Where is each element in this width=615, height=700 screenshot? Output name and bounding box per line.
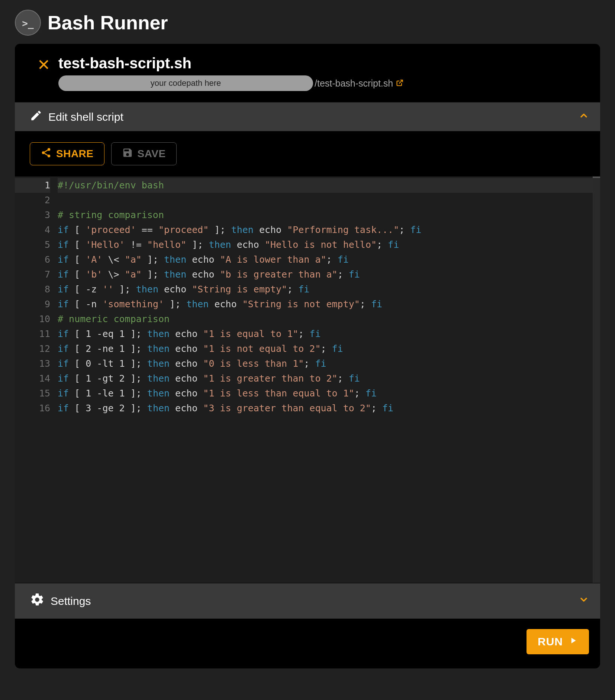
file-header: ✕ test-bash-script.sh /test-bash-script.… (15, 44, 600, 102)
editor-scrollbar[interactable] (593, 176, 600, 583)
code-line[interactable]: if [ -z '' ]; then echo "String is empty… (58, 282, 600, 297)
code-line[interactable]: if [ 1 -gt 2 ]; then echo "1 is greater … (58, 371, 600, 386)
code-line[interactable]: if [ 'A' \< "a" ]; then echo "A is lower… (58, 252, 600, 267)
share-label: SHARE (56, 148, 94, 160)
code-line[interactable]: if [ 2 -ne 1 ]; then echo "1 is not equa… (58, 341, 600, 356)
svg-point-2 (48, 155, 51, 158)
codepath-input[interactable] (58, 75, 313, 91)
code-line[interactable]: #!/usr/bin/env bash (58, 178, 600, 193)
code-line[interactable]: if [ 3 -ge 2 ]; then echo "3 is greater … (58, 401, 600, 416)
pencil-icon (30, 109, 42, 124)
main-panel: ✕ test-bash-script.sh /test-bash-script.… (15, 44, 600, 668)
share-button[interactable]: SHARE (30, 142, 104, 165)
open-external-icon[interactable] (396, 78, 403, 89)
line-number: 12 (15, 341, 50, 356)
path-row: /test-bash-script.sh (58, 75, 585, 91)
code-line[interactable]: if [ 1 -eq 1 ]; then echo "1 is equal to… (58, 327, 600, 341)
svg-point-0 (48, 148, 51, 151)
code-line[interactable] (58, 193, 600, 208)
line-number: 9 (15, 297, 50, 312)
line-number: 7 (15, 267, 50, 282)
chevron-up-icon[interactable] (579, 110, 589, 123)
run-button[interactable]: RUN (527, 629, 589, 654)
file-info: test-bash-script.sh /test-bash-script.sh (58, 55, 585, 91)
app-header: >_ Bash Runner (15, 4, 600, 44)
settings-section-bar[interactable]: Settings (15, 583, 600, 619)
code-line[interactable]: if [ 1 -le 1 ]; then echo "1 is less tha… (58, 386, 600, 401)
terminal-icon: >_ (15, 10, 41, 36)
scroll-marker (593, 176, 600, 178)
play-icon (568, 635, 578, 648)
app-title: Bash Runner (48, 12, 168, 34)
settings-label: Settings (51, 595, 91, 607)
edit-section-bar[interactable]: Edit shell script (15, 102, 600, 131)
edit-section-label: Edit shell script (48, 111, 123, 123)
editor-code[interactable]: #!/usr/bin/env bash # string comparisoni… (58, 176, 600, 583)
path-suffix-text: /test-bash-script.sh (315, 78, 393, 89)
code-editor[interactable]: 12345678910111213141516 #!/usr/bin/env b… (15, 176, 600, 583)
line-number: 15 (15, 386, 50, 401)
line-number: 3 (15, 208, 50, 223)
code-line[interactable]: # numeric comparison (58, 312, 600, 327)
line-number: 8 (15, 282, 50, 297)
line-number: 11 (15, 327, 50, 341)
save-button[interactable]: SAVE (111, 142, 177, 165)
line-number: 5 (15, 237, 50, 252)
line-number: 16 (15, 401, 50, 416)
code-line[interactable]: if [ -n 'something' ]; then echo "String… (58, 297, 600, 312)
code-line[interactable]: if [ 'proceed' == "proceed" ]; then echo… (58, 223, 600, 237)
code-line[interactable]: # string comparison (58, 208, 600, 223)
save-icon (122, 147, 133, 161)
code-line[interactable]: if [ 'Hello' != "hello" ]; then echo "He… (58, 237, 600, 252)
line-number: 6 (15, 252, 50, 267)
gear-icon (30, 592, 45, 610)
line-number: 13 (15, 356, 50, 371)
run-row: RUN (15, 619, 600, 668)
settings-left: Settings (30, 592, 91, 610)
line-number: 14 (15, 371, 50, 386)
save-label: SAVE (138, 148, 166, 160)
edit-section-left: Edit shell script (30, 109, 123, 124)
file-name: test-bash-script.sh (58, 55, 585, 72)
line-number: 2 (15, 193, 50, 208)
chevron-down-icon[interactable] (579, 594, 589, 607)
code-line[interactable]: if [ 0 -lt 1 ]; then echo "0 is less tha… (58, 356, 600, 371)
path-suffix: /test-bash-script.sh (315, 78, 403, 89)
line-number: 4 (15, 223, 50, 237)
action-row: SHARE SAVE (15, 131, 600, 176)
run-label: RUN (538, 635, 563, 648)
code-line[interactable]: if [ 'b' \> "a" ]; then echo "b is great… (58, 267, 600, 282)
close-icon[interactable]: ✕ (37, 57, 50, 73)
line-number: 1 (15, 178, 50, 193)
line-number: 10 (15, 312, 50, 327)
svg-point-1 (42, 151, 45, 154)
editor-gutter: 12345678910111213141516 (15, 176, 58, 583)
share-icon (41, 147, 52, 161)
